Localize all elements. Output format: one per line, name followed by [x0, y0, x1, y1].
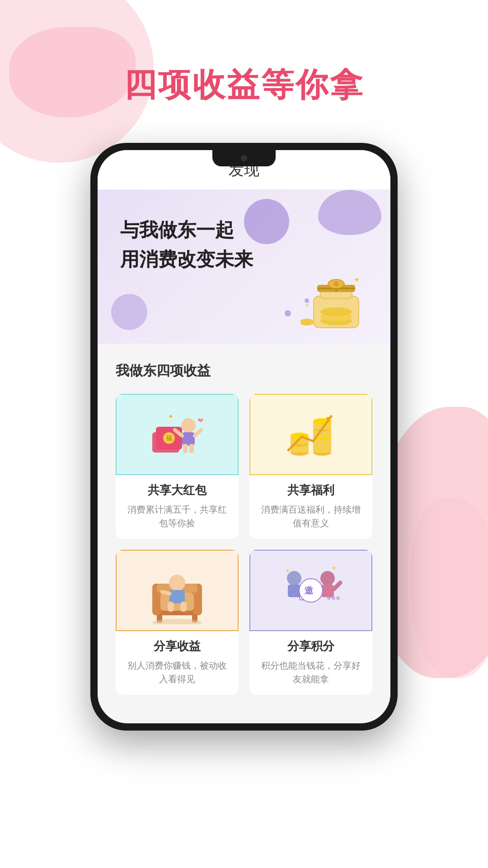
benefit-card-title-4: 分享积分 — [258, 638, 363, 654]
benefit-card-info-2: 共享福利 消费满百送福利，持续增值有意义 — [249, 475, 372, 539]
svg-rect-23 — [189, 444, 194, 453]
svg-point-64 — [332, 596, 335, 600]
benefit-card-img-2 — [249, 394, 372, 475]
hero-dot1 — [285, 310, 291, 316]
benefit-card-info-1: 共享大红包 消费累计满五千，共享红包等你捡 — [116, 475, 239, 539]
svg-point-6 — [333, 281, 339, 287]
svg-line-51 — [162, 592, 169, 594]
svg-rect-50 — [169, 590, 185, 604]
phone-mockup: 发现 与我做东一起 用消费改变未来 — [90, 143, 398, 731]
hero-line2: 用消费改变未来 — [120, 246, 368, 273]
svg-rect-22 — [183, 444, 188, 453]
benefit-card-points[interactable]: 邀 ★ ★ — [249, 550, 372, 695]
benefit-card-welfare[interactable]: 共享福利 消费满百送福利，持续增值有意义 — [249, 394, 372, 539]
benefit-card-title-2: 共享福利 — [258, 482, 363, 498]
benefit-card-desc-3: 别人消费你赚钱，被动收入看得见 — [125, 659, 230, 686]
hero-text: 与我做东一起 用消费改变未来 — [120, 217, 368, 273]
svg-point-9 — [320, 307, 352, 316]
hero-line1: 与我做东一起 — [120, 217, 368, 244]
benefit-card-redpacket[interactable]: 福 — [116, 394, 239, 539]
svg-point-20 — [181, 418, 196, 433]
screen-body: 与我做东一起 用消费改变未来 — [98, 190, 390, 723]
svg-text:邀: 邀 — [304, 585, 314, 595]
svg-text:✦: ✦ — [305, 302, 310, 309]
svg-line-60 — [334, 583, 340, 589]
phone-notch — [212, 150, 276, 166]
svg-rect-21 — [182, 432, 195, 446]
hero-banner: 与我做东一起 用消费改变未来 — [98, 190, 390, 344]
benefit-card-desc-4: 积分也能当钱花，分享好友就能拿 — [258, 659, 363, 686]
phone-frame: 发现 与我做东一起 用消费改变未来 — [90, 143, 398, 731]
benefit-card-title-1: 共享大红包 — [125, 482, 230, 498]
svg-text:★: ★ — [285, 567, 290, 574]
benefit-card-img-3 — [116, 550, 239, 631]
page-title: 四项收益等你拿 — [0, 0, 488, 107]
benefits-section: 我做东四项收益 — [98, 344, 390, 708]
benefit-card-share[interactable]: 分享收益 别人消费你赚钱，被动收入看得见 — [116, 550, 239, 695]
hero-blob3 — [111, 294, 147, 330]
benefit-card-desc-2: 消费满百送福利，持续增值有意义 — [258, 503, 363, 530]
phone-screen: 发现 与我做东一起 用消费改变未来 — [98, 150, 390, 723]
svg-text:★: ★ — [331, 564, 337, 571]
svg-point-12 — [300, 319, 313, 323]
svg-rect-59 — [321, 585, 334, 597]
benefit-card-info-4: 分享积分 积分也能当钱花，分享好友就能拿 — [249, 631, 372, 695]
svg-point-65 — [336, 596, 340, 600]
svg-rect-52 — [168, 602, 174, 612]
svg-line-25 — [195, 430, 201, 436]
benefit-card-img-4: 邀 ★ ★ — [249, 550, 372, 631]
benefit-card-info-3: 分享收益 别人消费你赚钱，被动收入看得见 — [116, 631, 239, 695]
phone-camera-icon — [241, 155, 247, 161]
svg-rect-55 — [288, 585, 300, 597]
svg-text:✦: ✦ — [168, 413, 174, 420]
svg-text:❤: ❤ — [197, 417, 203, 425]
benefit-card-title-3: 分享收益 — [125, 638, 230, 654]
svg-point-58 — [320, 571, 335, 585]
coin-jar-illustration: ✦ ✦ — [300, 271, 372, 335]
svg-rect-53 — [180, 602, 187, 612]
benefit-card-desc-1: 消费累计满五千，共享红包等你捡 — [125, 503, 230, 530]
svg-point-63 — [327, 596, 331, 600]
svg-point-49 — [169, 575, 185, 591]
svg-text:福: 福 — [165, 434, 172, 442]
benefits-grid: 福 — [116, 394, 372, 695]
benefit-card-img-1: 福 — [116, 394, 239, 475]
benefits-section-title: 我做东四项收益 — [116, 362, 372, 380]
svg-text:✦: ✦ — [353, 275, 360, 284]
